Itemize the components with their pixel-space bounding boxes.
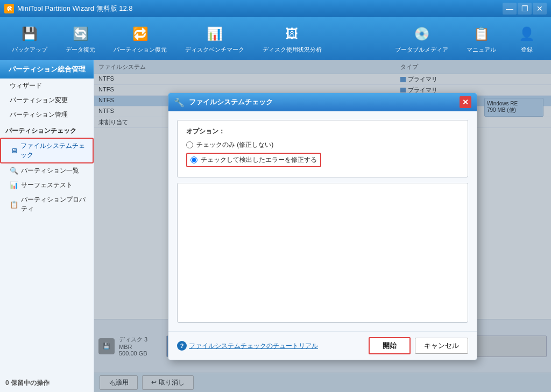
help-link[interactable]: ? ファイルシステムチェックのチュートリアル	[177, 341, 318, 351]
options-label: オプション：	[186, 127, 459, 136]
backup-icon: 💾	[20, 24, 39, 44]
disk-benchmark-icon: 📊	[205, 24, 224, 44]
toolbar-backup-label: バックアップ	[12, 46, 47, 54]
main-area: パーティション総合管理 ウィザード パーティション変更 パーティション管理 パー…	[0, 60, 551, 392]
data-recovery-icon: 🔄	[71, 24, 90, 44]
toolbar-register-label: 登録	[521, 46, 533, 54]
partition-list-label: パーティション一覧	[21, 166, 79, 175]
help-link-text: ファイルシステムチェックのチュートリアル	[189, 341, 318, 351]
sidebar-item-partition-properties[interactable]: 📋 パーティションプロパティ	[0, 193, 94, 216]
dialog-footer: ? ファイルシステムチェックのチュートリアル 開始 キャンセル	[168, 331, 477, 360]
option2-radio[interactable]: チェックして検出したエラーを修正する	[186, 153, 459, 167]
sidebar-item-wizard[interactable]: ウィザード	[0, 79, 94, 93]
sidebar-item-surface-test[interactable]: 📊 サーフェステスト	[0, 178, 94, 193]
partition-list-icon: 🔍	[10, 167, 18, 175]
dialog-title-icon: 🔧	[174, 97, 185, 108]
app-icon: 🛠	[4, 4, 14, 13]
sidebar-item-partition-change[interactable]: パーティション変更	[0, 93, 94, 108]
disk-analysis-icon: 🖼	[282, 24, 302, 44]
start-button[interactable]: 開始	[369, 337, 411, 354]
sidebar-item-partition-list[interactable]: 🔍 パーティション一覧	[0, 163, 94, 178]
partition-management-label: パーティション管理	[10, 110, 68, 119]
toolbar-data-recovery[interactable]: 🔄 データ復元	[59, 21, 102, 57]
sidebar-header: パーティション総合管理	[0, 60, 94, 79]
restore-button[interactable]: ❐	[518, 3, 532, 15]
option2-label: チェックして検出したエラーを修正する	[201, 155, 317, 165]
dialog-options-group: オプション： チェックのみ (修正しない) チェックして検出したエラーを修正する	[177, 120, 468, 177]
toolbar-partition-recovery-label: パーティション復元	[114, 46, 167, 54]
help-icon: ?	[177, 341, 187, 351]
dialog-content-area	[177, 183, 468, 323]
toolbar-manual[interactable]: 📋 マニュアル	[460, 21, 503, 57]
filesystem-check-dialog: 🔧 ファイルシステムチェック ✕ オプション： チェックのみ (修正しない)	[168, 92, 477, 360]
modal-overlay: 🔧 ファイルシステムチェック ✕ オプション： チェックのみ (修正しない)	[94, 60, 551, 392]
toolbar: 💾 バックアップ 🔄 データ復元 🔁 パーティション復元 📊 ディスクベンチマー…	[0, 17, 551, 60]
toolbar-manual-label: マニュアル	[467, 46, 496, 54]
option1-label: チェックのみ (修正しない)	[196, 140, 273, 149]
minimize-button[interactable]: —	[503, 3, 517, 15]
toolbar-backup[interactable]: 💾 バックアップ	[5, 21, 54, 57]
partition-check-section-title: パーティションチェック	[0, 122, 94, 138]
sidebar-item-filesystem-check[interactable]: 🖥 ファイルシステムチェック	[0, 138, 94, 163]
bootable-media-icon: 💿	[412, 24, 432, 44]
toolbar-bootable-media[interactable]: 💿 ブータブルメディア	[388, 21, 455, 57]
window-controls: — ❐ ✕	[503, 3, 547, 15]
manual-icon: 📋	[472, 24, 491, 44]
pending-ops: 0 保留中の操作	[0, 374, 94, 392]
partition-recovery-icon: 🔁	[131, 24, 150, 44]
dialog-close-button[interactable]: ✕	[460, 96, 471, 108]
surface-test-icon: 📊	[10, 181, 18, 189]
option1-radio[interactable]: チェックのみ (修正しない)	[186, 140, 459, 149]
register-icon: 👤	[517, 24, 536, 44]
filesystem-check-label: ファイルシステムチェック	[20, 141, 87, 160]
toolbar-data-recovery-label: データ復元	[66, 46, 95, 54]
filesystem-check-icon: 🖥	[11, 147, 18, 155]
cancel-button[interactable]: キャンセル	[415, 338, 468, 354]
sidebar-item-partition-management[interactable]: パーティション管理	[0, 108, 94, 122]
toolbar-disk-benchmark[interactable]: 📊 ディスクベンチマーク	[179, 21, 251, 57]
option2-input[interactable]	[190, 156, 197, 163]
toolbar-register[interactable]: 👤 登録	[508, 21, 546, 57]
content-area: ファイルシステム タイプ NTFS プライマリ NTFS プライマリ NTFS …	[94, 60, 551, 392]
toolbar-disk-analysis-label: ディスク使用状況分析	[263, 46, 322, 54]
partition-properties-label: パーティションプロパティ	[21, 195, 88, 213]
option1-input[interactable]	[186, 141, 193, 148]
dialog-body: オプション： チェックのみ (修正しない) チェックして検出したエラーを修正する	[168, 111, 477, 331]
partition-change-label: パーティション変更	[10, 96, 68, 105]
surface-test-label: サーフェステスト	[21, 181, 73, 190]
app-title: MiniTool Partition Wizard 無料版 12.8	[17, 4, 503, 13]
wizard-label: ウィザード	[10, 81, 42, 90]
toolbar-disk-analysis[interactable]: 🖼 ディスク使用状況分析	[256, 21, 328, 57]
sidebar: パーティション総合管理 ウィザード パーティション変更 パーティション管理 パー…	[0, 60, 94, 392]
partition-properties-icon: 📋	[10, 201, 18, 209]
dialog-titlebar: 🔧 ファイルシステムチェック ✕	[168, 93, 477, 111]
dialog-title: ファイルシステムチェック	[189, 97, 455, 107]
toolbar-partition-recovery[interactable]: 🔁 パーティション復元	[107, 21, 173, 57]
close-button[interactable]: ✕	[533, 3, 547, 15]
title-bar: 🛠 MiniTool Partition Wizard 無料版 12.8 — ❐…	[0, 0, 551, 17]
toolbar-disk-benchmark-label: ディスクベンチマーク	[185, 46, 244, 54]
toolbar-bootable-media-label: ブータブルメディア	[395, 46, 448, 54]
